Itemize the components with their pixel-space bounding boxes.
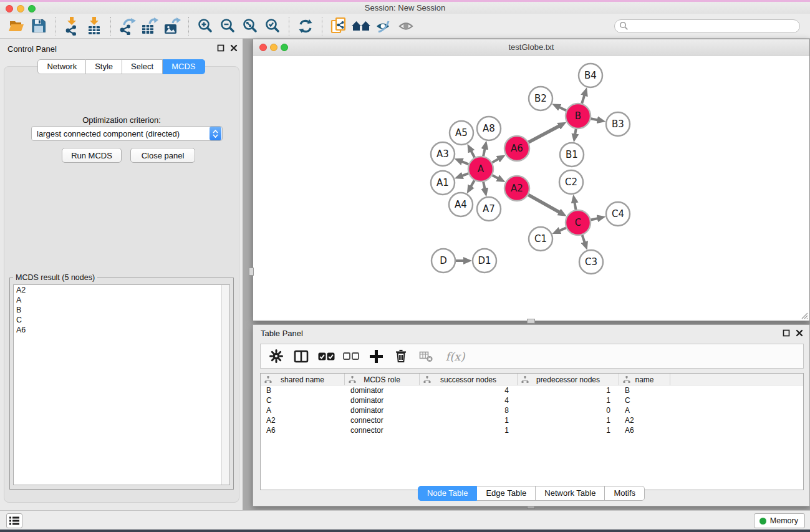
graph-edge-C-C2[interactable] bbox=[574, 202, 576, 210]
tab-network-table[interactable]: Network Table bbox=[536, 486, 605, 501]
close-panel-icon[interactable] bbox=[796, 329, 803, 337]
hide-graphics-details-button[interactable] bbox=[372, 16, 395, 37]
export-image-button[interactable] bbox=[161, 16, 183, 37]
column-header-predecessor-nodes[interactable]: predecessor nodes bbox=[518, 374, 619, 385]
graph-edge-C-C4[interactable] bbox=[591, 218, 599, 220]
mcds-result-item[interactable]: B bbox=[14, 305, 221, 315]
table-cell[interactable]: dominator bbox=[345, 405, 420, 415]
run-mcds-button[interactable]: Run MCDS bbox=[62, 148, 122, 163]
window-resize-grip[interactable] bbox=[799, 311, 808, 319]
resize-handle[interactable] bbox=[249, 268, 254, 276]
export-network-button[interactable] bbox=[116, 16, 138, 37]
search-field[interactable] bbox=[614, 19, 800, 33]
graph-edge-A-A5[interactable] bbox=[471, 150, 475, 157]
function-builder-button[interactable]: f(x) bbox=[440, 346, 470, 366]
network-maximize-button[interactable] bbox=[281, 44, 288, 51]
graph-edge-A6-B[interactable] bbox=[529, 125, 560, 142]
table-row[interactable]: Cdominator41C bbox=[261, 395, 803, 405]
tab-edge-table[interactable]: Edge Table bbox=[477, 486, 536, 501]
table-cell[interactable]: 1 bbox=[420, 415, 518, 425]
maximize-window-button[interactable] bbox=[28, 5, 36, 12]
table-cell[interactable]: 1 bbox=[420, 425, 518, 435]
float-panel-icon[interactable] bbox=[783, 329, 790, 337]
graph-edge-B-B1[interactable] bbox=[575, 129, 576, 135]
zoom-in-button[interactable] bbox=[194, 16, 216, 37]
table-cell[interactable]: 0 bbox=[518, 405, 619, 415]
graph-edge-C-C3[interactable] bbox=[582, 235, 585, 243]
open-session-button[interactable] bbox=[5, 16, 27, 37]
mcds-result-item[interactable]: A bbox=[14, 295, 221, 305]
table-cell[interactable]: A6 bbox=[261, 425, 345, 435]
tab-select[interactable]: Select bbox=[122, 59, 163, 74]
tab-node-table[interactable]: Node Table bbox=[418, 486, 478, 501]
tab-mcds[interactable]: MCDS bbox=[163, 59, 205, 74]
table-cell[interactable]: C bbox=[619, 395, 670, 405]
network-minimize-button[interactable] bbox=[270, 44, 277, 51]
network-close-button[interactable] bbox=[259, 44, 267, 51]
table-cell[interactable]: 1 bbox=[518, 415, 619, 425]
table-row[interactable]: A6connector11A6 bbox=[261, 425, 803, 435]
deselect-all-button[interactable] bbox=[340, 346, 362, 366]
table-row[interactable]: A2connector11A2 bbox=[261, 415, 803, 425]
graph-edge-A-A8[interactable] bbox=[483, 148, 485, 156]
graph-edge-A-A7[interactable] bbox=[483, 182, 485, 190]
graph-edge-C-C1[interactable] bbox=[559, 228, 566, 231]
zoom-out-button[interactable] bbox=[216, 16, 239, 37]
refresh-view-button[interactable] bbox=[294, 16, 317, 37]
column-header-MCDS-role[interactable]: MCDS role bbox=[345, 374, 420, 385]
graph-edge-B-B3[interactable] bbox=[591, 118, 599, 120]
graph-edge-A2-C[interactable] bbox=[528, 195, 560, 213]
table-row[interactable]: Bdominator41B bbox=[261, 385, 803, 395]
delete-table-button[interactable] bbox=[415, 346, 436, 366]
criterion-dropdown[interactable]: largest connected component (directed) bbox=[31, 126, 223, 141]
float-panel-icon[interactable] bbox=[217, 44, 224, 52]
table-cell[interactable]: C bbox=[261, 395, 345, 405]
delete-columns-button[interactable] bbox=[390, 346, 412, 366]
graph-edge-A-A1[interactable] bbox=[461, 173, 468, 176]
column-header-shared-name[interactable]: shared name bbox=[261, 374, 345, 385]
zoom-fit-button[interactable] bbox=[239, 16, 261, 37]
toggle-columns-button[interactable] bbox=[291, 346, 312, 366]
graph-edge-A-A3[interactable] bbox=[461, 162, 469, 165]
table-cell[interactable]: 8 bbox=[420, 405, 518, 415]
table-cell[interactable]: dominator bbox=[345, 395, 420, 405]
table-row[interactable]: Adominator80A bbox=[261, 405, 803, 415]
tab-motifs[interactable]: Motifs bbox=[605, 486, 645, 501]
column-header-name[interactable]: name bbox=[619, 374, 670, 385]
close-window-button[interactable] bbox=[6, 5, 13, 12]
table-cell[interactable]: A2 bbox=[619, 415, 670, 425]
import-network-button[interactable] bbox=[60, 16, 83, 37]
home-button[interactable] bbox=[350, 16, 372, 37]
column-header-successor-nodes[interactable]: successor nodes bbox=[420, 374, 518, 385]
graph-edge-B-B2[interactable] bbox=[559, 107, 566, 111]
network-snapshot-button[interactable] bbox=[327, 16, 350, 37]
graph-edge-A-A6[interactable] bbox=[492, 158, 499, 162]
table-cell[interactable]: A bbox=[619, 405, 670, 415]
tab-style[interactable]: Style bbox=[86, 59, 122, 74]
close-panel-button[interactable]: Close panel bbox=[130, 148, 195, 163]
mcds-result-item[interactable]: A6 bbox=[14, 325, 221, 335]
table-cell[interactable]: 1 bbox=[518, 395, 619, 405]
save-session-button[interactable] bbox=[27, 16, 50, 37]
mcds-scrollbar[interactable] bbox=[221, 285, 229, 485]
network-window-titlebar[interactable]: testGlobe.txt bbox=[253, 39, 809, 56]
add-column-button[interactable] bbox=[365, 346, 387, 366]
table-cell[interactable]: connector bbox=[345, 415, 420, 425]
zoom-selected-button[interactable] bbox=[261, 16, 284, 37]
table-cell[interactable]: connector bbox=[345, 425, 420, 435]
network-graph-canvas[interactable]: B4B2BB3A8A5A6A3B1AA1C2A2A4A7C4CC1DD1C3 bbox=[253, 56, 809, 321]
table-cell[interactable]: B bbox=[261, 385, 345, 395]
graph-edge-A-A4[interactable] bbox=[471, 180, 475, 187]
table-cell[interactable]: A2 bbox=[261, 415, 345, 425]
table-cell[interactable]: A bbox=[261, 405, 345, 415]
show-graphics-details-button[interactable] bbox=[395, 16, 417, 37]
table-cell[interactable]: 4 bbox=[420, 385, 518, 395]
graph-edge-B-B4[interactable] bbox=[582, 95, 584, 104]
table-cell[interactable]: A6 bbox=[619, 425, 670, 435]
table-cell[interactable]: B bbox=[619, 385, 670, 395]
table-options-button[interactable] bbox=[266, 346, 287, 366]
show-panels-list-button[interactable] bbox=[6, 513, 22, 528]
search-input[interactable] bbox=[629, 21, 799, 32]
table-cell[interactable]: 4 bbox=[420, 395, 518, 405]
table-cell[interactable]: 1 bbox=[518, 425, 619, 435]
